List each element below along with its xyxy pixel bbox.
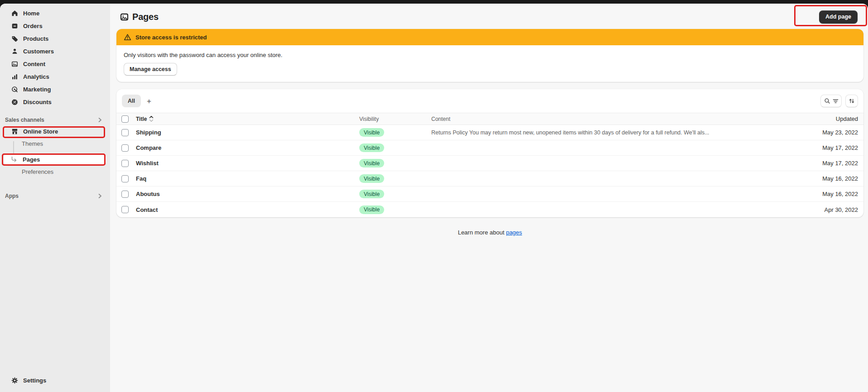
select-all-checkbox[interactable] [121,115,129,123]
sidebar-item-orders[interactable]: Orders [0,19,110,32]
table-header-row: Title Visibility Content Updated [116,113,863,125]
warning-icon [124,33,131,41]
sidebar-item-label: Orders [23,23,43,29]
sidebar-item-pages[interactable]: Pages [4,153,106,166]
sales-channels-label: Sales channels [5,117,44,123]
chevron-right-icon [98,117,102,123]
sort-button[interactable] [845,95,858,107]
sales-channels-header[interactable]: Sales channels [0,115,110,125]
row-title: Contact [136,206,359,213]
add-view-button[interactable]: + [143,95,155,107]
tab-all[interactable]: All [122,95,141,107]
row-updated: May 16, 2022 [781,175,858,182]
visibility-cell: Visible [359,205,431,214]
orders-icon [11,22,18,29]
visibility-badge: Visible [359,174,384,183]
page-header: Pages Add page [116,4,863,24]
learn-more-label: Learn more about [458,229,505,236]
apps-header[interactable]: Apps [0,191,110,201]
row-checkbox[interactable] [121,160,129,167]
sidebar-item-label: Themes [22,140,43,147]
column-header-title[interactable]: Title [136,115,359,122]
learn-more-text: Learn more about pages [116,229,863,236]
analytics-icon [11,73,18,80]
column-header-content: Content [431,116,781,122]
discounts-icon [11,98,18,105]
manage-access-button[interactable]: Manage access [124,63,177,76]
sidebar-item-discounts[interactable]: Discounts [0,96,110,108]
sidebar-item-content[interactable]: Content [0,57,110,70]
products-icon [11,35,18,42]
visibility-badge: Visible [359,159,384,167]
store-icon [11,128,18,135]
add-page-button[interactable]: Add page [819,10,858,24]
sidebar-main-nav: Home Orders Products Customers Content A… [0,7,110,108]
sidebar-item-marketing[interactable]: Marketing [0,83,110,96]
table-row[interactable]: Shipping Visible Returns Policy You may … [116,125,863,140]
visibility-badge: Visible [359,143,384,152]
row-checkbox[interactable] [121,175,129,182]
row-content: Returns Policy You may return most new, … [431,129,781,136]
row-title: Shipping [136,129,359,136]
sidebar-item-label: Settings [23,377,46,384]
row-title: Faq [136,175,359,182]
sidebar-item-label: Pages [23,156,40,163]
banner-body: Only visitors with the password can acce… [116,45,863,82]
table-row[interactable]: Aboutus Visible May 16, 2022 [116,186,863,202]
row-title: Aboutus [136,191,359,197]
visibility-cell: Visible [359,174,431,183]
visibility-badge: Visible [359,190,384,198]
table-row[interactable]: Faq Visible May 16, 2022 [116,171,863,186]
table-row[interactable]: Contact Visible Apr 30, 2022 [116,202,863,217]
main-content: Pages Add page Store access is restricte… [110,4,868,392]
row-checkbox[interactable] [121,129,129,136]
table-body: Shipping Visible Returns Policy You may … [116,125,863,217]
row-updated: Apr 30, 2022 [781,206,858,213]
row-title: Wishlist [136,160,359,167]
sidebar-item-products[interactable]: Products [0,32,110,45]
table-row[interactable]: Compare Visible May 17, 2022 [116,140,863,156]
visibility-badge: Visible [359,206,384,214]
sidebar-item-label: Customers [23,48,54,55]
search-icon [824,98,830,104]
banner-header: Store access is restricted [116,29,863,45]
customers-icon [11,48,18,55]
sidebar-item-label: Marketing [23,86,51,93]
row-checkbox[interactable] [121,144,129,152]
sidebar: Home Orders Products Customers Content A… [0,4,110,392]
row-updated: May 16, 2022 [781,191,858,197]
sidebar-item-settings[interactable]: Settings [0,374,110,387]
sidebar-item-label: Content [23,61,45,67]
apps-label: Apps [5,193,19,199]
column-label: Title [136,116,147,122]
marketing-icon [11,86,18,93]
table-tabs-row: All + [116,89,863,113]
sidebar-item-label: Products [23,35,48,42]
row-checkbox[interactable] [121,206,129,213]
sidebar-item-analytics[interactable]: Analytics [0,70,110,83]
column-header-updated: Updated [781,115,858,122]
pages-icon [120,13,129,21]
sidebar-item-label: Home [23,10,39,17]
row-checkbox[interactable] [121,191,129,198]
sidebar-item-home[interactable]: Home [0,7,110,19]
table-row[interactable]: Wishlist Visible May 17, 2022 [116,156,863,171]
sidebar-item-online-store[interactable]: Online Store [0,125,110,138]
sidebar-item-customers[interactable]: Customers [0,45,110,57]
visibility-cell: Visible [359,128,431,137]
sidebar-item-label: Preferences [22,168,53,175]
store-access-banner: Store access is restricted Only visitors… [116,29,863,82]
sidebar-item-label: Discounts [23,99,52,105]
sidebar-item-themes[interactable]: Themes [0,138,110,150]
sidebar-item-label: Analytics [23,73,49,80]
gear-icon [11,377,18,384]
sidebar-item-preferences[interactable]: Preferences [0,166,110,178]
sort-carets-icon [149,115,154,122]
search-and-filter-button[interactable] [820,95,842,107]
row-title: Compare [136,144,359,151]
column-header-visibility: Visibility [359,116,431,122]
pages-learn-more-link[interactable]: pages [506,229,522,236]
banner-title: Store access is restricted [135,34,207,41]
sort-arrows-icon [849,98,855,104]
content-icon [11,60,18,67]
